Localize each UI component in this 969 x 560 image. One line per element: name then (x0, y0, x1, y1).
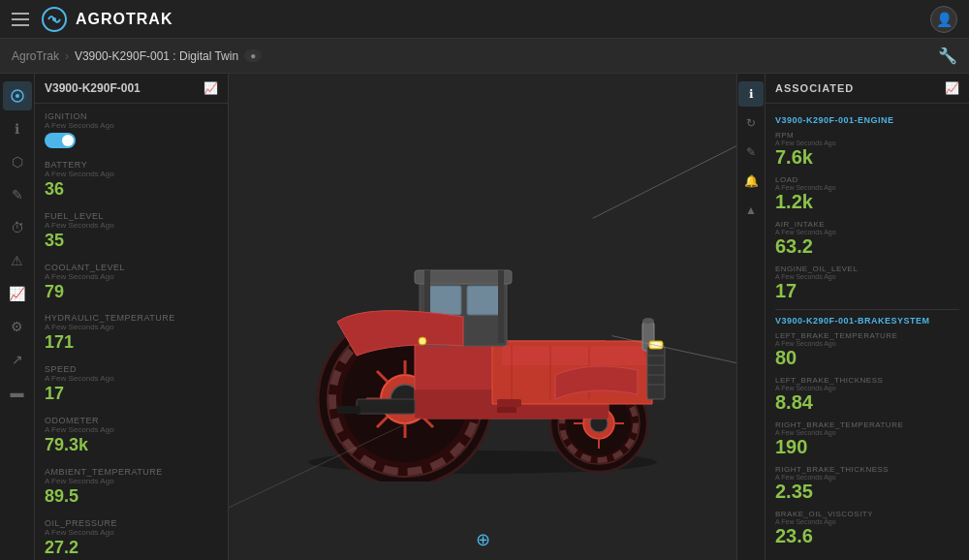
metric-engine-oil-value: 17 (775, 280, 959, 301)
metric-ignition-label: IGNITION (45, 111, 218, 121)
main-layout: ℹ ⬡ ✎ ⏱ ⚠ 📈 ⚙ ↗ ▬ V3900-K290F-001 📈 IGNI… (0, 74, 969, 560)
metric-battery-label: BATTERY (45, 160, 218, 170)
hamburger-menu[interactable] (12, 13, 29, 26)
sidebar-icon-trend[interactable]: ↗ (3, 345, 32, 374)
metric-right-brake-temp-label: RIGHT_BRAKE_TEMPERATURE (775, 420, 959, 429)
metric-air-label: AIR_INTAKE (775, 220, 959, 229)
metric-speed: SPEED A Few Seconds Ago 17 (45, 364, 218, 404)
metric-left-brake-thick-label: LEFT_BRAKE_THICKNESS (775, 376, 959, 385)
tractor-view: ⊕ (229, 74, 736, 560)
metric-rpm: RPM A Few Seconds Ago 7.6k (775, 131, 959, 168)
sidebar-icon-edit[interactable]: ✎ (3, 180, 32, 209)
metric-right-brake-temp-value: 190 (775, 436, 959, 457)
svg-rect-45 (497, 399, 521, 407)
metric-battery-time: A Few Seconds Ago (45, 170, 218, 178)
logo-icon (41, 6, 68, 33)
breadcrumb-digital-twin[interactable]: V3900-K290F-001 : Digital Twin (75, 49, 238, 63)
left-panel-content: IGNITION A Few Seconds Ago BATTERY A Few… (35, 104, 228, 560)
metric-load: LOAD A Few Seconds Ago 1.2k (775, 175, 959, 212)
breadcrumb-right: 🔧 (938, 47, 957, 65)
sidebar-icon-alert[interactable]: ⚠ (3, 246, 32, 275)
right-tab-info[interactable]: ℹ (738, 81, 764, 107)
metric-ambient-temp: AMBIENT_TEMPERATURE A Few Seconds Ago 89… (45, 467, 218, 507)
metric-ignition: IGNITION A Few Seconds Ago (45, 111, 218, 148)
metric-odometer: ODOMETER A Few Seconds Ago 79.3k (45, 416, 218, 455)
left-panel: V3900-K290F-001 📈 IGNITION A Few Seconds… (35, 74, 229, 560)
logo-text: AGROTRAK (76, 11, 172, 28)
metric-left-brake-thick-time: A Few Seconds Ago (775, 385, 959, 391)
breadcrumb-badge: ● (244, 49, 262, 62)
metric-coolant-label: COOLANT_LEVEL (45, 263, 218, 272)
svg-point-38 (642, 318, 654, 324)
sidebar-icon-info[interactable]: ℹ (3, 114, 32, 143)
sidebar-icon-tractor[interactable] (3, 81, 32, 110)
metric-fuel-time: A Few Seconds Ago (45, 221, 218, 230)
svg-rect-41 (467, 286, 500, 315)
metric-air-intake: AIR_INTAKE A Few Seconds Ago 63.2 (775, 220, 959, 257)
metric-oil-value: 27.2 (45, 539, 218, 558)
metric-ambient-label: AMBIENT_TEMPERATURE (45, 467, 218, 477)
metric-oil-pressure: OIL_PRESSURE A Few Seconds Ago 27.2 (45, 518, 218, 558)
metric-speed-time: A Few Seconds Ago (45, 374, 218, 383)
metric-brake-oil-viscosity: BRAKE_OIL_VISCOSITY A Few Seconds Ago 23… (775, 510, 959, 546)
metric-brake-oil-value: 23.6 (775, 525, 959, 546)
right-tab-edit[interactable]: ✎ (738, 140, 764, 165)
bottom-layer-icon[interactable]: ⊕ (476, 529, 490, 550)
metric-rpm-value: 7.6k (775, 146, 959, 168)
wrench-icon[interactable]: 🔧 (938, 47, 957, 64)
metric-battery: BATTERY A Few Seconds Ago 36 (45, 160, 218, 200)
metric-oil-label: OIL_PRESSURE (45, 518, 218, 528)
metric-hydraulic-label: HYDRAULIC_TEMPERATURE (45, 313, 218, 323)
right-tab-panel: ℹ ↻ ✎ 🔔 ▲ (736, 74, 766, 560)
breadcrumb-sep-1: › (65, 49, 69, 63)
metric-engine-oil-time: A Few Seconds Ago (775, 273, 959, 280)
left-panel-header: V3900-K290F-001 📈 (35, 74, 228, 104)
svg-point-56 (419, 337, 426, 345)
left-panel-chart-icon[interactable]: 📈 (203, 81, 218, 95)
svg-rect-54 (357, 399, 415, 414)
sidebar-icon-chart[interactable]: 📈 (3, 279, 32, 308)
metric-hydraulic-time: A Few Seconds Ago (45, 323, 218, 331)
metric-battery-value: 36 (45, 180, 218, 200)
brake-section-title: V3900-K290F-001-BRAKESYSTEM (775, 316, 959, 326)
sidebar-icon-share[interactable]: ⬡ (3, 147, 32, 176)
metric-ambient-time: A Few Seconds Ago (45, 477, 218, 485)
section-divider (775, 309, 959, 310)
metric-engine-oil-label: ENGINE_OIL_LEVEL (775, 264, 959, 273)
center-canvas[interactable]: ⊕ (229, 74, 736, 560)
metric-engine-oil: ENGINE_OIL_LEVEL A Few Seconds Ago 17 (775, 264, 959, 301)
user-icon-button[interactable]: 👤 (930, 6, 957, 33)
metric-odometer-time: A Few Seconds Ago (45, 425, 218, 434)
metric-brake-oil-time: A Few Seconds Ago (775, 518, 959, 525)
right-panel-chart-icon[interactable]: 📈 (945, 81, 959, 95)
metric-right-brake-temp: RIGHT_BRAKE_TEMPERATURE A Few Seconds Ag… (775, 420, 959, 457)
metric-speed-label: SPEED (45, 364, 218, 374)
metric-air-value: 63.2 (775, 235, 959, 257)
metric-rpm-label: RPM (775, 131, 959, 140)
metric-hydraulic-temp: HYDRAULIC_TEMPERATURE A Few Seconds Ago … (45, 313, 218, 353)
metric-coolant-time: A Few Seconds Ago (45, 272, 218, 281)
right-tab-bell[interactable]: 🔔 (738, 169, 764, 194)
tractor-illustration (279, 152, 686, 482)
metric-coolant-value: 79 (45, 283, 218, 302)
logo: AGROTRAK (41, 6, 172, 33)
right-tab-flag[interactable]: ▲ (738, 198, 764, 223)
metric-left-brake-thick-value: 8.84 (775, 391, 959, 413)
sidebar-icon-connect[interactable]: ⚙ (3, 312, 32, 341)
svg-rect-46 (497, 407, 516, 413)
right-panel-title: ASSOCIATED (775, 82, 854, 94)
metric-left-brake-temp-label: LEFT_BRAKE_TEMPERATURE (775, 331, 959, 340)
right-tab-refresh[interactable]: ↻ (738, 110, 764, 136)
right-panel-content: V3900-K290F-001-ENGINE RPM A Few Seconds… (766, 104, 969, 560)
metric-right-brake-temp-time: A Few Seconds Ago (775, 429, 959, 436)
metric-fuel-label: FUEL_LEVEL (45, 211, 218, 221)
right-panel-header: ASSOCIATED 📈 (766, 74, 969, 104)
ignition-toggle[interactable] (45, 133, 76, 148)
engine-section-title: V3900-K290F-001-ENGINE (775, 115, 959, 125)
sidebar-icon-bar[interactable]: ▬ (3, 378, 32, 407)
sidebar-icon-clock[interactable]: ⏱ (3, 213, 32, 242)
breadcrumb-agrotrak[interactable]: AgroTrak (12, 49, 59, 63)
metric-odometer-label: ODOMETER (45, 416, 218, 425)
metric-brake-oil-label: BRAKE_OIL_VISCOSITY (775, 510, 959, 518)
metric-right-brake-thick: RIGHT_BRAKE_THICKNESS A Few Seconds Ago … (775, 465, 959, 502)
